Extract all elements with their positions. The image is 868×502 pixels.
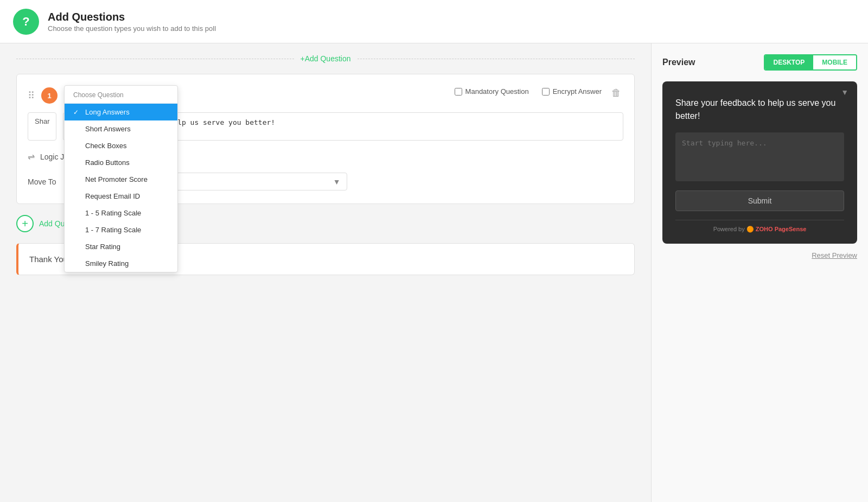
header-icon: ? — [13, 9, 39, 35]
move-to-label: Move To — [28, 177, 56, 186]
preview-arrow-icon: ▼ — [841, 88, 848, 97]
dropdown-item-check-boxes[interactable]: Check Boxes — [65, 137, 177, 154]
dropdown-item-short-answers[interactable]: Short Answers — [65, 120, 177, 137]
main-layout: +Add Question ⠿ 1 Choose Question ✓ Long… — [0, 43, 868, 502]
add-question-circle-button[interactable]: + — [16, 215, 34, 232]
dropdown-item-1-7-rating[interactable]: 1 - 7 Rating Scale — [65, 221, 177, 238]
dropdown-item-label: 1 - 5 Rating Scale — [85, 209, 141, 217]
question-card-1: ⠿ 1 Choose Question ✓ Long Answers Short… — [16, 74, 635, 204]
preview-divider — [675, 220, 844, 220]
mandatory-label-text: Mandatory Question — [465, 87, 529, 96]
header-text: Add Questions Choose the question types … — [48, 11, 216, 33]
add-question-top: +Add Question — [16, 54, 635, 63]
page-title: Add Questions — [48, 11, 216, 23]
dropdown-item-1-5-rating[interactable]: 1 - 5 Rating Scale — [65, 205, 177, 221]
desktop-toggle-button[interactable]: DESKTOP — [765, 55, 814, 69]
mandatory-question-label[interactable]: Mandatory Question — [455, 87, 529, 96]
question-tag: Shar — [28, 112, 56, 141]
brand-label: 🟠 ZOHO PageSense — [746, 226, 807, 232]
dropdown-item-request-email[interactable]: Request Email ID — [65, 188, 177, 205]
dropdown-item-long-answers[interactable]: ✓ Long Answers — [65, 104, 177, 120]
dropdown-header: Choose Question — [65, 86, 177, 104]
page-header: ? Add Questions Choose the question type… — [0, 0, 868, 43]
dropdown-item-smiley-rating[interactable]: Smiley Rating — [65, 255, 177, 272]
dropdown-item-radio-buttons[interactable]: Radio Buttons — [65, 154, 177, 171]
dropdown-item-label: Radio Buttons — [85, 158, 130, 167]
mandatory-question-checkbox[interactable] — [455, 88, 462, 96]
dropdown-item-label: Star Rating — [85, 243, 120, 251]
dropdown-item-label: Net Promoter Score — [85, 175, 148, 183]
preview-question-text: Share your feedback to help us serve you… — [675, 97, 844, 123]
dropdown-item-label: Smiley Rating — [85, 259, 129, 268]
dropdown-item-label: Check Boxes — [85, 142, 127, 150]
check-icon: ✓ — [73, 109, 81, 116]
dropdown-item-label: 1 - 7 Rating Scale — [85, 226, 141, 234]
encrypt-answer-label[interactable]: Encrypt Answer — [542, 87, 602, 96]
dashed-line-right — [358, 59, 635, 59]
encrypt-answer-checkbox[interactable] — [542, 88, 550, 96]
logic-jump-icon: ⇌ — [28, 151, 35, 162]
preview-submit-button[interactable]: Submit — [675, 190, 844, 211]
preview-toggle: DESKTOP MOBILE — [764, 54, 857, 71]
dropdown-item-label: Long Answers — [85, 108, 130, 116]
preview-powered-by: Powered by 🟠 ZOHO PageSense — [675, 226, 844, 233]
mobile-toggle-button[interactable]: MOBILE — [813, 55, 856, 69]
preview-title: Preview — [662, 58, 695, 67]
reset-preview-link[interactable]: Reset Preview — [662, 251, 857, 259]
options-row: Mandatory Question Encrypt Answer — [455, 87, 602, 96]
dropdown-item-label: Short Answers — [85, 125, 131, 133]
delete-question-button[interactable]: 🗑 — [609, 85, 623, 101]
dropdown-item-nps[interactable]: Net Promoter Score — [65, 171, 177, 188]
question-card-top: ⠿ 1 Choose Question ✓ Long Answers Short… — [28, 85, 623, 104]
drag-handle[interactable]: ⠿ — [28, 85, 35, 101]
encrypt-label-text: Encrypt Answer — [553, 87, 602, 96]
page-subtitle: Choose the question types you wish to ad… — [48, 24, 216, 33]
add-question-top-link[interactable]: +Add Question — [294, 54, 358, 63]
dropdown-item-star-rating[interactable]: Star Rating — [65, 238, 177, 255]
preview-header: Preview DESKTOP MOBILE — [662, 54, 857, 71]
question-number: 1 — [41, 87, 58, 104]
preview-card: ▼ Share your feedback to help us serve y… — [662, 81, 857, 244]
dropdown-item-label: Request Email ID — [85, 192, 140, 200]
dashed-line-left — [16, 59, 294, 59]
preview-textarea[interactable] — [675, 132, 844, 181]
content-area: +Add Question ⠿ 1 Choose Question ✓ Long… — [0, 43, 651, 502]
question-dropdown-menu: Choose Question ✓ Long Answers Short Ans… — [64, 85, 178, 272]
preview-panel: Preview DESKTOP MOBILE ▼ Share your feed… — [651, 43, 868, 502]
